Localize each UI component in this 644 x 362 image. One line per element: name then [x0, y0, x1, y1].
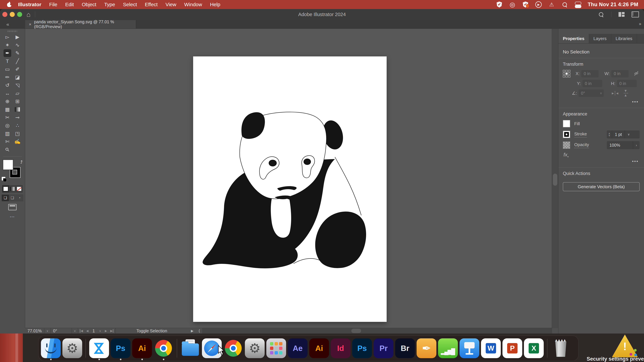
- line-segment-tool[interactable]: ╱: [14, 57, 21, 65]
- next-artboard-button[interactable]: ▶: [103, 328, 109, 334]
- workspace-switcher-icon[interactable]: [618, 11, 625, 17]
- swap-fill-stroke-icon[interactable]: ↪: [19, 160, 24, 164]
- artboard-number-field[interactable]: 1: [90, 328, 97, 334]
- last-artboard-button[interactable]: ▶: [109, 328, 116, 334]
- scissors-tool[interactable]: ✂: [4, 114, 11, 121]
- dock-item-system-settings-2[interactable]: [245, 338, 265, 358]
- artboard-tool[interactable]: ◳: [14, 130, 21, 137]
- draw-inside-mode-button[interactable]: ◔: [16, 195, 23, 201]
- direct-selection-tool[interactable]: ▶: [14, 33, 21, 41]
- pen-tool[interactable]: ✒: [4, 49, 11, 57]
- eyedropper-tool[interactable]: ⊸: [14, 114, 21, 121]
- dock-item-photoshop[interactable]: Ps: [111, 338, 130, 358]
- draw-behind-mode-button[interactable]: ❏: [9, 195, 16, 201]
- stroke-stepper[interactable]: ∧∨: [607, 130, 612, 138]
- dock-item-chrome-2[interactable]: [224, 338, 243, 358]
- dock-item-pages[interactable]: [416, 338, 436, 358]
- hand-tool[interactable]: ✍: [14, 138, 21, 145]
- column-graph-tool[interactable]: ▥: [4, 130, 11, 137]
- opacity-value[interactable]: 100%: [607, 141, 633, 149]
- dock-item-illustrator[interactable]: Ai: [132, 338, 152, 358]
- menu-item-window[interactable]: Window: [184, 2, 202, 7]
- wifi-alert-icon[interactable]: ⚠: [548, 1, 555, 8]
- type-tool[interactable]: T: [4, 57, 11, 65]
- appearance-more-options[interactable]: •••: [563, 159, 639, 164]
- dock-item-documents-folder[interactable]: [180, 338, 200, 358]
- dock-item-system-settings[interactable]: [62, 338, 82, 358]
- rotation-field[interactable]: 0°∨: [578, 89, 604, 97]
- stroke-label[interactable]: Stroke: [574, 131, 587, 137]
- mesh-tool[interactable]: ▦: [4, 106, 11, 113]
- magic-wand-tool[interactable]: ✶: [4, 41, 11, 49]
- generate-vectors-button[interactable]: Generate Vectors (Beta): [563, 182, 640, 191]
- rectangle-tool[interactable]: ▭: [4, 65, 11, 73]
- horizontal-scrollbar-thumb[interactable]: [351, 329, 361, 333]
- y-field[interactable]: 0 in: [582, 80, 602, 87]
- tab-layers[interactable]: Layers: [589, 34, 611, 43]
- dock-item-launchpad[interactable]: [266, 338, 286, 358]
- previous-artboard-button[interactable]: ◀: [84, 328, 90, 334]
- dock-item-finder[interactable]: [41, 338, 61, 358]
- panel-collapse-icon[interactable]: ››: [639, 21, 641, 26]
- dock-item-bridge[interactable]: Br: [395, 338, 415, 358]
- tab-libraries[interactable]: Libraries: [611, 34, 637, 43]
- blend-tool[interactable]: ◎: [4, 122, 11, 129]
- menu-item-file[interactable]: File: [49, 2, 57, 7]
- change-screen-mode-button[interactable]: [8, 204, 16, 210]
- control-center-icon[interactable]: [574, 1, 581, 8]
- dock-item-excel[interactable]: X: [524, 338, 544, 358]
- menu-item-help[interactable]: Help: [210, 2, 220, 7]
- dock-item-chrome[interactable]: [154, 338, 174, 358]
- dock-item-after-effects[interactable]: Ae: [288, 338, 308, 358]
- apple-menu-icon[interactable]: [7, 2, 12, 7]
- zoom-tool[interactable]: ⚲: [4, 146, 11, 153]
- menu-item-view[interactable]: View: [166, 2, 176, 7]
- dock-item-vscode[interactable]: [89, 338, 109, 358]
- stroke-weight-dropdown-icon[interactable]: ∨: [624, 130, 632, 138]
- menu-item-type[interactable]: Type: [104, 2, 115, 7]
- security-warning-icon[interactable]: !: [612, 335, 638, 357]
- stroke-weight-control[interactable]: ∧∨ 1 pt ∨: [607, 130, 640, 138]
- canvas-area[interactable]: [25, 29, 552, 328]
- dock-item-indesign[interactable]: Id: [331, 338, 350, 358]
- rings-icon[interactable]: ◎: [509, 1, 516, 8]
- zoom-level[interactable]: 77.01%: [25, 328, 44, 334]
- menu-item-illustrator[interactable]: Illustrator: [18, 2, 41, 7]
- scale-tool[interactable]: ◹: [14, 81, 21, 89]
- menu-item-edit[interactable]: Edit: [65, 2, 74, 7]
- free-transform-tool[interactable]: ▱: [14, 89, 21, 97]
- gradient-tool[interactable]: [14, 106, 21, 113]
- pencil-tool[interactable]: ✏: [4, 73, 11, 81]
- toolbar-grip[interactable]: [8, 30, 17, 32]
- dock-item-trash[interactable]: [551, 338, 570, 358]
- flip-horizontal-icon[interactable]: ▸┆◂: [612, 91, 618, 95]
- fx-effects-button[interactable]: fx▾: [564, 152, 640, 158]
- scroll-left-icon[interactable]: ⟨: [196, 328, 202, 334]
- fill-color-swatch[interactable]: [563, 120, 570, 127]
- opacity-expand-icon[interactable]: ›: [633, 141, 640, 149]
- flip-vertical-icon[interactable]: ▸┆◂: [624, 90, 628, 96]
- symbol-sprayer-tool[interactable]: ∴: [14, 122, 21, 129]
- reference-point-grid[interactable]: [563, 70, 570, 77]
- selection-tool[interactable]: ▻: [4, 33, 11, 41]
- opacity-control[interactable]: 100% ›: [607, 141, 640, 149]
- w-field[interactable]: 0 in: [611, 70, 628, 77]
- transform-more-options[interactable]: •••: [563, 99, 639, 104]
- vertical-scrollbar[interactable]: [552, 29, 558, 328]
- dock-item-photoshop-2[interactable]: Ps: [352, 338, 372, 358]
- vertical-scrollbar-thumb[interactable]: [553, 174, 557, 186]
- opacity-swatch[interactable]: [563, 141, 570, 149]
- arrange-documents-icon[interactable]: [632, 11, 639, 17]
- opacity-label[interactable]: Opacity: [574, 142, 589, 148]
- search-icon[interactable]: [598, 11, 605, 17]
- lasso-tool[interactable]: ∿: [14, 41, 21, 49]
- status-display-selector[interactable]: Toggle Selection: [116, 328, 188, 334]
- artboard[interactable]: [193, 56, 386, 322]
- link-dimensions-icon[interactable]: [633, 70, 640, 77]
- stroke-weight-value[interactable]: 1 pt: [612, 130, 624, 138]
- color-button[interactable]: [2, 185, 9, 192]
- menu-item-object[interactable]: Object: [82, 2, 96, 7]
- slice-tool[interactable]: ✄: [4, 138, 11, 145]
- status-play-icon[interactable]: ▶: [188, 328, 196, 334]
- search-icon[interactable]: [562, 1, 568, 8]
